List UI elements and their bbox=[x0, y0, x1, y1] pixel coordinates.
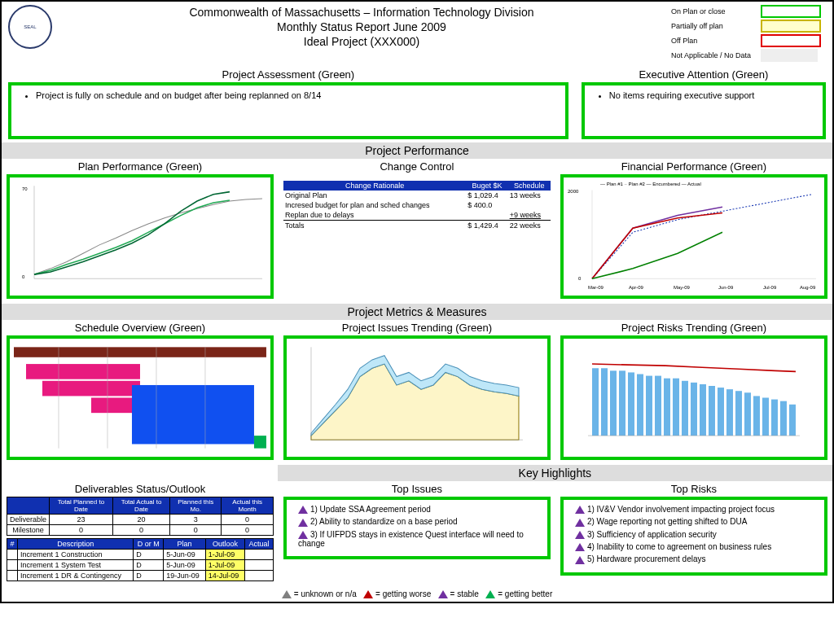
triangle-purple-icon bbox=[298, 519, 308, 527]
dc: 0 bbox=[222, 515, 274, 525]
svg-rect-50 bbox=[780, 401, 787, 436]
cc-head-sched: Schedule bbox=[508, 181, 551, 191]
dsc: D bbox=[134, 560, 164, 571]
issue-item: 2) Ability to standardize on a base peri… bbox=[310, 517, 458, 526]
assessment-row: Project Assessment (Green) Project is fu… bbox=[2, 67, 832, 142]
cc-row: Replan due to delays bbox=[283, 210, 466, 221]
risk-item: 4) Inability to come to agreement on bus… bbox=[587, 542, 771, 551]
svg-rect-20 bbox=[254, 436, 266, 449]
risks-trending-chart bbox=[560, 335, 827, 460]
report-page: SEAL Commonwealth of Massachusetts – Inf… bbox=[0, 0, 834, 603]
dc: 20 bbox=[112, 515, 169, 525]
title-block: Commonwealth of Massachusetts – Informat… bbox=[52, 5, 671, 50]
cc-cell: 13 weeks bbox=[508, 191, 551, 200]
svg-rect-48 bbox=[762, 398, 769, 436]
cc-totals: Totals bbox=[283, 221, 466, 231]
dsh: Plan bbox=[164, 539, 206, 550]
metrics-row: Schedule Overview (Green) Project Issues… bbox=[2, 320, 832, 465]
dsc: 5-Jun-09 bbox=[164, 550, 206, 560]
dsc: D bbox=[134, 550, 164, 560]
dr: Milestone bbox=[7, 525, 50, 536]
cc-row: Incresed budget for plan and sched chang… bbox=[283, 200, 466, 210]
dsc: 14-Jul-09 bbox=[205, 571, 244, 581]
svg-rect-44 bbox=[726, 389, 733, 436]
svg-rect-36 bbox=[655, 376, 661, 436]
assessment-bullet: Project is fully on schedule and on budg… bbox=[36, 90, 557, 100]
state-seal-icon: SEAL bbox=[8, 5, 52, 49]
dc: 23 bbox=[50, 515, 113, 525]
header: SEAL Commonwealth of Massachusetts – Inf… bbox=[2, 2, 832, 67]
svg-rect-49 bbox=[771, 400, 778, 436]
svg-rect-33 bbox=[628, 372, 634, 436]
svg-rect-31 bbox=[610, 370, 617, 436]
svg-text:Mar-09: Mar-09 bbox=[588, 284, 604, 290]
svg-text:2000: 2000 bbox=[568, 188, 579, 194]
svg-rect-32 bbox=[619, 370, 626, 436]
svg-rect-45 bbox=[735, 391, 742, 436]
cc-cell bbox=[466, 210, 507, 221]
change-control-title: Change Control bbox=[283, 160, 551, 173]
dc: 3 bbox=[170, 515, 222, 525]
dsh: Actual bbox=[245, 539, 274, 550]
svg-rect-41 bbox=[700, 384, 706, 436]
deliverables-title: Deliverables Status/Outlook bbox=[7, 483, 274, 495]
dc: 0 bbox=[112, 525, 169, 536]
top-issues-box: 1) Update SSA Agreement period 2) Abilit… bbox=[283, 497, 551, 559]
top-issues-title: Top Issues bbox=[283, 483, 551, 495]
svg-rect-40 bbox=[691, 383, 697, 436]
attention-title: Executive Attention (Green) bbox=[582, 68, 826, 81]
dsc: Increment 1 Construction bbox=[18, 550, 134, 560]
plan-performance-chart: 700 bbox=[7, 174, 274, 299]
triangle-green-icon bbox=[485, 590, 495, 598]
svg-text:0: 0 bbox=[22, 274, 25, 279]
band-metrics: Project Metrics & Measures bbox=[2, 304, 832, 320]
swatch-grey bbox=[761, 49, 818, 62]
dc: 0 bbox=[222, 525, 274, 536]
dc: 0 bbox=[50, 525, 113, 536]
triangle-purple-icon bbox=[575, 556, 585, 564]
triangle-purple-icon bbox=[438, 590, 448, 598]
dsc: Increment 1 System Test bbox=[18, 560, 134, 571]
cc-cell: $ 1,029.4 bbox=[466, 191, 507, 200]
svg-rect-42 bbox=[709, 386, 715, 436]
svg-rect-51 bbox=[789, 405, 796, 436]
svg-rect-38 bbox=[673, 379, 679, 436]
schedule-title: Schedule Overview (Green) bbox=[7, 322, 274, 334]
issue-item: 3) If UIFPDS stays in existence Quest in… bbox=[298, 530, 524, 548]
issues-trend-title: Project Issues Trending (Green) bbox=[283, 322, 551, 334]
triangle-purple-icon bbox=[298, 506, 308, 514]
svg-text:70: 70 bbox=[22, 185, 28, 191]
dsc: 1-Jul-09 bbox=[205, 550, 244, 560]
risk-item: 1) IV&V Vendor involvement impacting pro… bbox=[587, 505, 775, 514]
dsc bbox=[7, 560, 18, 571]
fin-perf-title: Financial Performance (Green) bbox=[560, 160, 827, 173]
svg-text:Apr-09: Apr-09 bbox=[629, 284, 644, 290]
leg-stable: = stable bbox=[450, 589, 479, 598]
svg-rect-19 bbox=[132, 385, 254, 445]
schedule-chart bbox=[7, 335, 274, 460]
leg-worse: = getting worse bbox=[375, 589, 431, 598]
svg-text:0: 0 bbox=[578, 275, 582, 281]
svg-rect-15 bbox=[14, 347, 266, 357]
legend-offplan: Off Plan bbox=[671, 37, 761, 45]
cc-cell: 22 weeks bbox=[508, 221, 551, 231]
title-line2: Monthly Status Report June 2009 bbox=[52, 20, 671, 34]
assessment-box: Project is fully on schedule and on budg… bbox=[8, 82, 568, 139]
dr: Deliverable bbox=[7, 515, 50, 525]
svg-rect-16 bbox=[26, 364, 140, 379]
svg-text:Jun-09: Jun-09 bbox=[718, 284, 734, 290]
attention-box: No items requiring executive support bbox=[582, 82, 826, 139]
attention-bullet: No items requiring executive support bbox=[609, 90, 814, 100]
risk-item: 5) Hardware procurement delays bbox=[587, 554, 706, 563]
triangle-purple-icon bbox=[575, 506, 585, 514]
cc-row: Original Plan bbox=[283, 191, 466, 200]
title-line1: Commonwealth of Massachusetts – Informat… bbox=[52, 5, 671, 20]
change-control-table: Change RationaleBuget $KSchedule Origina… bbox=[283, 181, 551, 299]
dsc bbox=[7, 550, 18, 560]
triangle-grey-icon bbox=[282, 590, 292, 598]
leg-better: = getting better bbox=[498, 589, 552, 598]
performance-row: Plan Performance (Green) 700 Change Cont… bbox=[2, 159, 832, 304]
leg-unknown: = unknown or n/a bbox=[294, 589, 357, 598]
dsc bbox=[245, 550, 274, 560]
risk-item: 3) Sufficiency of application security bbox=[587, 530, 717, 539]
